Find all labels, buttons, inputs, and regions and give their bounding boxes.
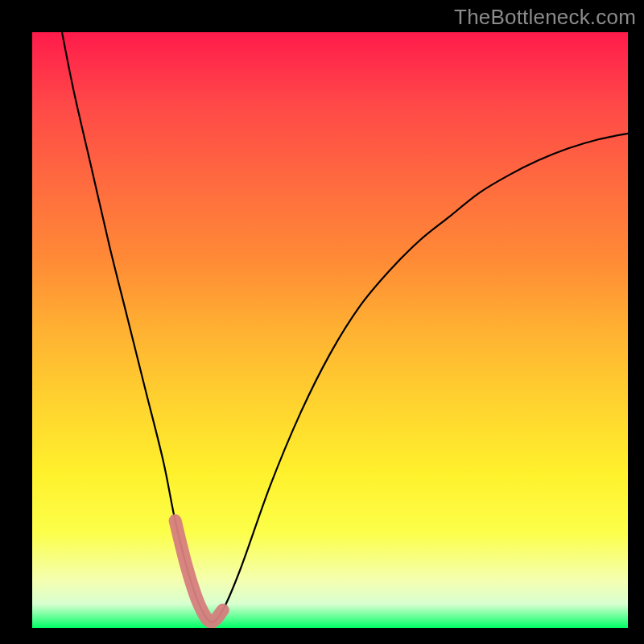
chart-frame: TheBottleneck.com bbox=[0, 0, 644, 644]
watermark-text: TheBottleneck.com bbox=[454, 5, 636, 30]
bottleneck-curve-highlight bbox=[175, 521, 223, 622]
bottleneck-curve-line bbox=[62, 32, 628, 622]
plot-area bbox=[32, 32, 628, 628]
curve-svg bbox=[32, 32, 628, 628]
